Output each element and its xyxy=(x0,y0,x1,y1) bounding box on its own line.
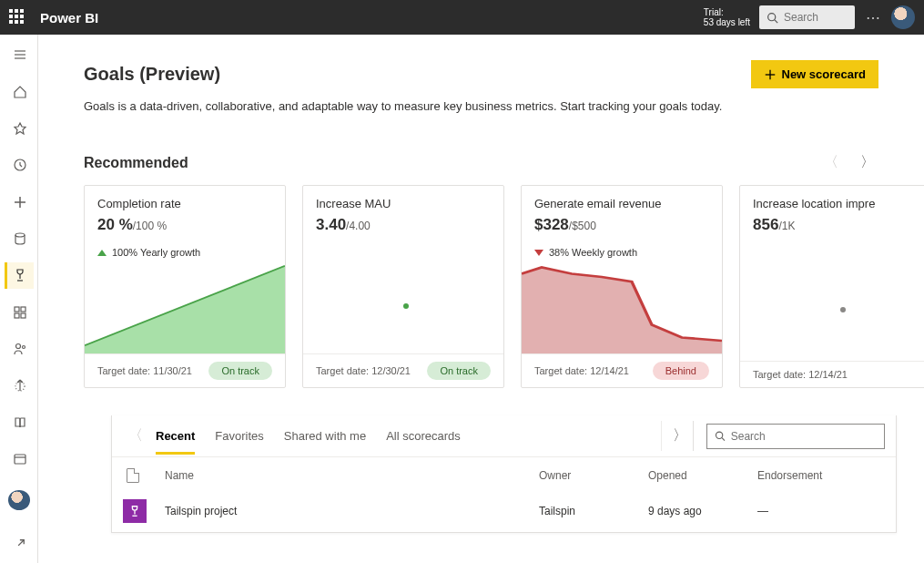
recommended-cards: Completion rate 20 %/100 % 100% Yearly g… xyxy=(84,185,924,388)
app-title: Power BI xyxy=(40,10,98,26)
status-badge: On track xyxy=(208,362,272,380)
card-value: 20 %/100 % xyxy=(97,216,272,234)
svg-rect-10 xyxy=(15,307,19,312)
col-opened[interactable]: Opened xyxy=(648,469,757,482)
plus-icon xyxy=(764,68,777,81)
svg-rect-12 xyxy=(15,313,19,318)
tabs-scroll-right-icon[interactable]: 〉 xyxy=(661,421,694,451)
svg-line-25 xyxy=(722,438,725,441)
sparkline-area xyxy=(303,241,503,353)
nav-favorites[interactable] xyxy=(5,116,34,141)
app-launcher-icon[interactable] xyxy=(9,9,25,26)
table-row[interactable]: Tailspin project Tailspin 9 days ago — xyxy=(112,490,896,532)
nav-recent[interactable] xyxy=(5,152,34,178)
card-title: Increase MAU xyxy=(316,197,491,210)
new-scorecard-button[interactable]: New scorecard xyxy=(751,60,879,88)
svg-rect-13 xyxy=(21,313,25,318)
recommended-heading: Recommended xyxy=(84,155,188,171)
tabs-scroll-left-icon: 〈 xyxy=(123,421,148,451)
card-value: $328/$500 xyxy=(534,216,709,234)
goal-card[interactable]: Increase location impre 856/1K Target da… xyxy=(739,185,924,388)
svg-line-1 xyxy=(775,19,777,22)
svg-marker-22 xyxy=(85,266,285,353)
main-content: Goals (Preview) New scorecard Goals is a… xyxy=(38,35,924,563)
nav-home[interactable] xyxy=(5,78,34,104)
carousel-next-icon[interactable]: 〉 xyxy=(857,149,878,176)
scorecard-file-icon xyxy=(123,499,147,523)
cell-endorsement: — xyxy=(757,505,885,517)
nav-workspaces[interactable] xyxy=(5,446,34,472)
trend-down-icon xyxy=(534,250,543,256)
nav-apps[interactable] xyxy=(5,300,34,325)
card-value: 856/1K xyxy=(753,216,924,234)
tab-all-scorecards[interactable]: All scorecards xyxy=(386,418,461,455)
tab-shared-with-me[interactable]: Shared with me xyxy=(284,418,366,455)
trial-status: Trial: 53 days left xyxy=(704,7,750,27)
scorecards-search[interactable] xyxy=(706,424,885,449)
trend-up-icon xyxy=(97,250,107,256)
status-badge: Behind xyxy=(653,362,709,380)
top-app-bar: Power BI Trial: 53 days left ⋯ xyxy=(0,0,924,35)
svg-point-24 xyxy=(716,432,722,438)
sparkline-area xyxy=(522,258,722,353)
tab-favorites[interactable]: Favorites xyxy=(215,418,263,455)
col-endorsement[interactable]: Endorsement xyxy=(757,469,885,482)
nav-datasets[interactable] xyxy=(5,226,34,251)
nav-deploy[interactable] xyxy=(5,373,34,398)
target-date: Target date: 12/30/21 xyxy=(316,365,411,376)
card-title: Increase location impre xyxy=(753,197,924,210)
data-point-icon xyxy=(840,307,846,312)
sparkline xyxy=(85,258,285,353)
sparkline xyxy=(522,258,722,353)
svg-point-15 xyxy=(23,346,25,349)
page-title: Goals (Preview) xyxy=(84,64,220,85)
more-options-icon[interactable]: ⋯ xyxy=(866,9,880,26)
target-date: Target date: 12/14/21 xyxy=(753,369,848,380)
nav-goals[interactable] xyxy=(5,262,34,288)
svg-rect-11 xyxy=(21,307,25,312)
growth-indicator: 100% Yearly growth xyxy=(85,241,285,258)
svg-rect-17 xyxy=(15,455,25,464)
sparkline-area xyxy=(85,258,285,353)
cell-name: Tailspin project xyxy=(165,505,539,517)
goal-card[interactable]: Increase MAU 3.40/4.00 Target date: 12/3… xyxy=(302,185,504,388)
table-body: Tailspin project Tailspin 9 days ago — xyxy=(112,490,896,532)
svg-point-8 xyxy=(15,233,25,237)
global-search[interactable] xyxy=(759,5,855,29)
goal-card[interactable]: Completion rate 20 %/100 % 100% Yearly g… xyxy=(84,185,286,388)
card-title: Completion rate xyxy=(97,197,272,210)
scorecards-search-input[interactable] xyxy=(731,430,877,443)
nav-learn[interactable] xyxy=(5,410,34,435)
target-date: Target date: 12/14/21 xyxy=(534,365,629,376)
goal-card[interactable]: Generate email revenue $328/$500 38% Wee… xyxy=(521,185,723,388)
search-icon xyxy=(715,430,726,442)
svg-line-19 xyxy=(18,540,24,546)
growth-indicator: 38% Weekly growth xyxy=(522,241,722,258)
user-avatar[interactable] xyxy=(891,5,915,29)
search-icon xyxy=(767,12,778,24)
tab-recent[interactable]: Recent xyxy=(156,418,195,455)
svg-point-0 xyxy=(768,13,776,20)
left-nav xyxy=(0,35,38,563)
target-date: Target date: 11/30/21 xyxy=(97,365,192,376)
nav-menu-toggle[interactable] xyxy=(5,42,34,67)
nav-expand-icon[interactable] xyxy=(5,532,34,558)
status-badge: On track xyxy=(427,362,491,380)
cell-opened: 9 days ago xyxy=(648,505,757,517)
cell-owner: Tailspin xyxy=(539,505,648,517)
card-title: Generate email revenue xyxy=(534,197,709,210)
nav-create[interactable] xyxy=(5,189,34,214)
sparkline-area xyxy=(740,241,924,361)
col-name[interactable]: Name xyxy=(165,469,539,482)
card-value: 3.40/4.00 xyxy=(316,216,491,234)
tabs: RecentFavoritesShared with meAll scoreca… xyxy=(156,418,461,455)
nav-shared[interactable] xyxy=(5,336,34,362)
scorecards-section: 〈 RecentFavoritesShared with meAll score… xyxy=(111,415,897,533)
data-point-icon xyxy=(403,303,409,309)
global-search-input[interactable] xyxy=(784,11,838,24)
col-owner[interactable]: Owner xyxy=(539,469,648,482)
table-header: Name Owner Opened Endorsement xyxy=(112,457,896,490)
svg-point-14 xyxy=(16,344,21,349)
page-subtitle: Goals is a data-driven, collaborative, a… xyxy=(84,99,924,113)
nav-my-workspace-avatar[interactable] xyxy=(8,490,30,509)
